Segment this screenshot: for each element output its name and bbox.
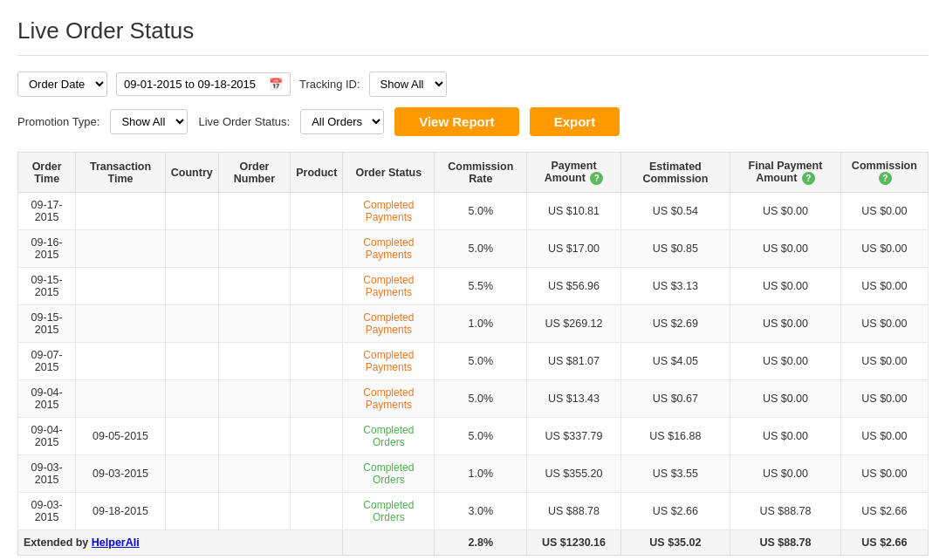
cell-order-number: [218, 380, 291, 418]
cell-final-payment-amount: US $0.00: [730, 268, 841, 305]
export-button[interactable]: Export: [530, 107, 620, 136]
cell-commission-rate: 5.0%: [435, 230, 527, 268]
view-report-button[interactable]: View Report: [394, 107, 518, 136]
cell-final-payment-amount: US $0.00: [730, 230, 841, 268]
cell-estimated-commission: US $0.67: [620, 380, 730, 418]
table-row: 09-07-2015 Completed Payments 5.0% US $8…: [18, 343, 929, 380]
extended-by-cell: Extended by HelperAli: [18, 530, 343, 556]
cell-order-time: 09-04-2015: [18, 418, 76, 455]
cell-transaction-time: [76, 343, 165, 380]
cell-commission-rate: 5.0%: [435, 343, 527, 380]
page-title: Live Order Status: [17, 17, 929, 56]
cell-order-time: 09-03-2015: [18, 493, 76, 530]
cell-order-time: 09-16-2015: [18, 230, 76, 268]
helperali-link[interactable]: HelperAli: [92, 536, 140, 549]
cell-country: [165, 380, 218, 418]
cell-order-time: 09-07-2015: [18, 343, 76, 380]
cell-product: [291, 230, 343, 268]
cell-product: [291, 305, 343, 343]
cell-commission: US $0.00: [840, 343, 928, 380]
table-row: 09-15-2015 Completed Payments 5.5% US $5…: [18, 268, 929, 305]
cell-order-status: Completed Orders: [343, 455, 435, 493]
cell-estimated-commission: US $4.05: [620, 343, 730, 380]
table-row: 09-15-2015 Completed Payments 1.0% US $2…: [18, 305, 929, 343]
col-product: Product: [291, 153, 343, 193]
cell-commission-rate: 5.0%: [435, 380, 527, 418]
live-order-status-label: Live Order Status:: [198, 115, 290, 128]
col-order-time: Order Time: [18, 153, 76, 193]
payment-amount-help-icon[interactable]: ?: [590, 172, 603, 185]
cell-final-payment-amount: US $0.00: [730, 305, 841, 343]
cell-order-time: 09-04-2015: [18, 380, 76, 418]
table-row: 09-16-2015 Completed Payments 5.0% US $1…: [18, 230, 929, 268]
cell-final-payment-amount: US $0.00: [730, 380, 841, 418]
cell-order-number: [218, 455, 291, 493]
cell-payment-amount: US $337.79: [527, 418, 620, 455]
cell-commission: US $0.00: [840, 193, 928, 230]
cell-order-status: Completed Orders: [343, 493, 435, 530]
cell-payment-amount: US $269.12: [527, 305, 620, 343]
cell-product: [291, 493, 343, 530]
date-range-container: 📅: [116, 72, 291, 96]
commission-help-icon[interactable]: ?: [879, 172, 892, 185]
cell-product: [291, 193, 343, 230]
cell-order-number: [218, 305, 291, 343]
cell-commission: US $0.00: [840, 418, 928, 455]
order-date-select[interactable]: Order Date: [17, 72, 107, 97]
cell-commission-rate: 1.0%: [435, 305, 527, 343]
cell-country: [165, 305, 218, 343]
cell-payment-amount: US $355.20: [527, 455, 620, 493]
cell-country: [165, 455, 218, 493]
tracking-id-select[interactable]: Show All: [369, 72, 447, 97]
tracking-id-label: Tracking ID:: [299, 78, 360, 91]
footer-final-payment-amount: US $88.78: [730, 530, 841, 556]
cell-payment-amount: US $13.43: [527, 380, 620, 418]
cell-commission-rate: 5.0%: [435, 193, 527, 230]
cell-country: [165, 343, 218, 380]
cell-country: [165, 193, 218, 230]
cell-order-time: 09-15-2015: [18, 268, 76, 305]
cell-order-number: [218, 343, 291, 380]
cell-order-status: Completed Payments: [343, 193, 435, 230]
cell-estimated-commission: US $16.88: [620, 418, 730, 455]
final-payment-help-icon[interactable]: ?: [802, 172, 815, 185]
cell-final-payment-amount: US $0.00: [730, 455, 841, 493]
cell-order-time: 09-03-2015: [18, 455, 76, 493]
table-row: 09-04-2015 09-05-2015 Completed Orders 5…: [18, 418, 929, 455]
col-payment-amount: Payment Amount ?: [527, 153, 620, 193]
cell-estimated-commission: US $3.55: [620, 455, 730, 493]
cell-commission: US $0.00: [840, 305, 928, 343]
cell-product: [291, 418, 343, 455]
cell-transaction-time: [76, 268, 165, 305]
footer-payment-amount: US $1230.16: [527, 530, 620, 556]
promotion-type-select[interactable]: Show All: [110, 109, 188, 134]
cell-transaction-time: 09-18-2015: [76, 493, 165, 530]
cell-country: [165, 418, 218, 455]
live-order-status-select[interactable]: All Orders: [300, 109, 384, 134]
cell-commission-rate: 5.0%: [435, 418, 527, 455]
cell-estimated-commission: US $2.69: [620, 305, 730, 343]
cell-payment-amount: US $10.81: [527, 193, 620, 230]
col-commission-rate: Commission Rate: [435, 153, 527, 193]
col-final-payment-amount: Final Payment Amount ?: [730, 153, 841, 193]
cell-payment-amount: US $17.00: [527, 230, 620, 268]
cell-estimated-commission: US $0.54: [620, 193, 730, 230]
date-range-input[interactable]: [124, 78, 264, 91]
footer-status: [343, 530, 435, 556]
cell-order-number: [218, 268, 291, 305]
cell-final-payment-amount: US $0.00: [730, 193, 841, 230]
table-row: 09-17-2015 Completed Payments 5.0% US $1…: [18, 193, 929, 230]
table-row: 09-03-2015 09-18-2015 Completed Orders 3…: [18, 493, 929, 530]
promotion-type-label: Promotion Type:: [17, 115, 99, 128]
cell-order-status: Completed Payments: [343, 305, 435, 343]
cell-commission-rate: 1.0%: [435, 455, 527, 493]
cell-order-time: 09-15-2015: [18, 305, 76, 343]
col-order-number: Order Number: [218, 153, 291, 193]
footer-commission: US $2.66: [840, 530, 928, 556]
cell-estimated-commission: US $0.85: [620, 230, 730, 268]
cell-payment-amount: US $81.07: [527, 343, 620, 380]
cell-transaction-time: 09-05-2015: [76, 418, 165, 455]
calendar-icon[interactable]: 📅: [269, 78, 283, 91]
cell-product: [291, 343, 343, 380]
footer-estimated-commission: US $35.02: [620, 530, 730, 556]
